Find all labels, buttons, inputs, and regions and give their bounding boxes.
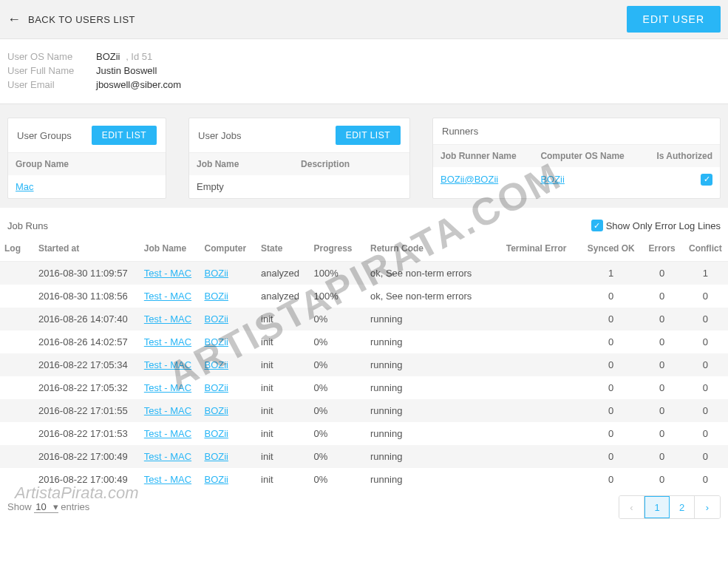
computer-link[interactable]: BOZii bbox=[200, 422, 256, 445]
table-row[interactable]: 2016-08-22 17:01:55Test - MACBOZiiinit0%… bbox=[0, 399, 728, 422]
job-link-a[interactable]: Test - MAC bbox=[144, 359, 191, 370]
job-link[interactable]: Test - MAC bbox=[140, 330, 200, 353]
col-log[interactable]: Log bbox=[0, 236, 34, 262]
job-link[interactable]: Test - MAC bbox=[140, 445, 200, 468]
page-2-button[interactable]: 2 bbox=[670, 496, 695, 518]
topbar: ← BACK TO USERS LIST EDIT USER bbox=[0, 0, 728, 39]
col-started[interactable]: Started at bbox=[34, 236, 140, 262]
table-row[interactable]: 2016-08-30 11:09:57Test - MACBOZiianalyz… bbox=[0, 262, 728, 285]
runner-auth-header[interactable]: Is Authorized bbox=[642, 145, 720, 168]
table-row[interactable]: 2016-08-22 17:00:49Test - MACBOZiiinit0%… bbox=[0, 445, 728, 468]
job-link-a[interactable]: Test - MAC bbox=[144, 382, 191, 393]
job-desc-header[interactable]: Description bbox=[293, 153, 409, 176]
table-row[interactable]: 2016-08-30 11:08:56Test - MACBOZiianalyz… bbox=[0, 285, 728, 308]
edit-user-button[interactable]: EDIT USER bbox=[627, 6, 721, 33]
table-row[interactable]: 2016-08-26 14:07:40Test - MACBOZiiinit0%… bbox=[0, 308, 728, 330]
job-link-a[interactable]: Test - MAC bbox=[144, 313, 191, 325]
return-code-cell: running bbox=[366, 422, 502, 445]
back-link[interactable]: ← BACK TO USERS LIST bbox=[7, 12, 135, 27]
job-link-a[interactable]: Test - MAC bbox=[144, 474, 191, 485]
computer-link[interactable]: BOZii bbox=[200, 308, 256, 330]
group-link[interactable]: Mac bbox=[16, 181, 34, 192]
groups-edit-list-button[interactable]: EDIT LIST bbox=[92, 126, 157, 145]
computer-link-a[interactable]: BOZii bbox=[204, 405, 228, 416]
progress-cell: 0% bbox=[309, 445, 366, 468]
computer-link-a[interactable]: BOZii bbox=[204, 428, 228, 439]
table-row[interactable]: 2016-08-26 14:02:57Test - MACBOZiiinit0%… bbox=[0, 330, 728, 353]
terminal-error-cell bbox=[502, 376, 581, 399]
checkbox-checked-icon[interactable]: ✓ bbox=[701, 174, 712, 186]
conflict-cell: 0 bbox=[683, 353, 728, 376]
computer-link[interactable]: BOZii bbox=[200, 399, 256, 422]
page-1-button[interactable]: 1 bbox=[644, 496, 670, 518]
job-link-a[interactable]: Test - MAC bbox=[144, 405, 191, 416]
table-row[interactable]: 2016-08-22 17:05:32Test - MACBOZiiinit0%… bbox=[0, 376, 728, 399]
computer-link[interactable]: BOZii bbox=[200, 445, 256, 468]
table-row[interactable]: 2016-08-22 17:05:34Test - MACBOZiiinit0%… bbox=[0, 353, 728, 376]
job-link[interactable]: Test - MAC bbox=[140, 422, 200, 445]
job-link-a[interactable]: Test - MAC bbox=[144, 336, 191, 347]
page-next-button[interactable]: › bbox=[695, 496, 720, 518]
computer-link[interactable]: BOZii bbox=[200, 262, 256, 285]
terminal-error-cell bbox=[502, 308, 581, 330]
computer-link-a[interactable]: BOZii bbox=[204, 451, 228, 462]
col-return-code[interactable]: Return Code bbox=[366, 236, 502, 262]
progress-cell: 0% bbox=[309, 422, 366, 445]
computer-link[interactable]: BOZii bbox=[200, 285, 256, 308]
job-name-header[interactable]: Job Name bbox=[189, 153, 293, 176]
job-link[interactable]: Test - MAC bbox=[140, 376, 200, 399]
job-link[interactable]: Test - MAC bbox=[140, 399, 200, 422]
return-code-cell: ok, See non-term errors bbox=[366, 262, 502, 285]
table-row[interactable]: 2016-08-22 17:01:53Test - MACBOZiiinit0%… bbox=[0, 422, 728, 445]
started-cell: 2016-08-26 14:07:40 bbox=[34, 308, 140, 330]
job-link[interactable]: Test - MAC bbox=[140, 308, 200, 330]
job-link[interactable]: Test - MAC bbox=[140, 285, 200, 308]
entries-select[interactable]: 10 bbox=[34, 501, 58, 513]
synced-cell: 0 bbox=[581, 399, 642, 422]
col-job[interactable]: Job Name bbox=[140, 236, 200, 262]
runner-name-header[interactable]: Job Runner Name bbox=[433, 145, 533, 168]
job-link-a[interactable]: Test - MAC bbox=[144, 451, 191, 462]
col-errors[interactable]: Errors bbox=[642, 236, 683, 262]
jobs-edit-list-button[interactable]: EDIT LIST bbox=[336, 126, 401, 145]
job-link[interactable]: Test - MAC bbox=[140, 353, 200, 376]
computer-link-a[interactable]: BOZii bbox=[204, 382, 228, 393]
computer-link[interactable]: BOZii bbox=[200, 330, 256, 353]
progress-cell: 0% bbox=[309, 308, 366, 330]
computer-link-a[interactable]: BOZii bbox=[204, 291, 228, 302]
job-link[interactable]: Test - MAC bbox=[140, 262, 200, 285]
started-cell: 2016-08-22 17:05:34 bbox=[34, 353, 140, 376]
show-only-errors-toggle[interactable]: ✓ Show Only Error Log Lines bbox=[591, 220, 721, 231]
computer-link-a[interactable]: BOZii bbox=[204, 313, 228, 325]
page-prev-button[interactable]: ‹ bbox=[619, 496, 644, 518]
return-code-cell: ok, See non-term errors bbox=[366, 285, 502, 308]
col-computer[interactable]: Computer bbox=[200, 236, 256, 262]
job-link-a[interactable]: Test - MAC bbox=[144, 291, 191, 302]
col-terminal-error[interactable]: Terminal Error bbox=[502, 236, 581, 262]
job-link-a[interactable]: Test - MAC bbox=[144, 428, 191, 439]
state-cell: init bbox=[256, 353, 309, 376]
runner-os-header[interactable]: Computer OS Name bbox=[533, 145, 642, 168]
job-link-a[interactable]: Test - MAC bbox=[144, 268, 191, 279]
col-progress[interactable]: Progress bbox=[309, 236, 366, 262]
col-synced-ok[interactable]: Synced OK bbox=[581, 236, 642, 262]
col-conflict[interactable]: Conflict bbox=[683, 236, 728, 262]
terminal-error-cell bbox=[502, 353, 581, 376]
computer-link-a[interactable]: BOZii bbox=[204, 336, 228, 347]
return-code-cell: running bbox=[366, 330, 502, 353]
col-state[interactable]: State bbox=[256, 236, 309, 262]
computer-link[interactable]: BOZii bbox=[200, 353, 256, 376]
conflict-cell: 0 bbox=[683, 445, 728, 468]
errors-cell: 0 bbox=[642, 285, 683, 308]
runner-os-link[interactable]: BOZii bbox=[540, 174, 565, 185]
computer-link-a[interactable]: BOZii bbox=[204, 359, 228, 370]
runner-link[interactable]: BOZii@BOZii bbox=[440, 174, 498, 185]
computer-link-a[interactable]: BOZii bbox=[204, 474, 228, 485]
synced-cell: 0 bbox=[581, 376, 642, 399]
computer-link[interactable]: BOZii bbox=[200, 376, 256, 399]
started-cell: 2016-08-22 17:01:55 bbox=[34, 399, 140, 422]
job-desc-cell bbox=[293, 175, 409, 198]
back-label: BACK TO USERS LIST bbox=[28, 14, 135, 25]
computer-link-a[interactable]: BOZii bbox=[204, 268, 228, 279]
group-name-header[interactable]: Group Name bbox=[8, 153, 166, 176]
